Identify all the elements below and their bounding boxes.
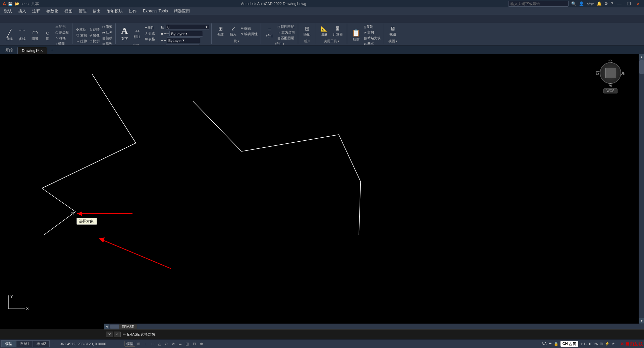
properties-expand-icon[interactable]: ▾: [283, 42, 284, 45]
btn-create-block[interactable]: ⊞ 创建: [214, 24, 226, 38]
status-grid-icon[interactable]: ⊞: [136, 341, 142, 346]
chia-input-method[interactable]: CH △ 简: [560, 341, 578, 347]
btn-mirror[interactable]: ⇌ 镜像: [89, 33, 101, 38]
btn-rotate[interactable]: ↻ 旋转: [89, 27, 101, 32]
quick-access-redo[interactable]: ↪: [26, 2, 30, 6]
btn-properties[interactable]: ≡ 特性: [264, 26, 276, 40]
status-isolate-icon[interactable]: ☀: [611, 342, 615, 346]
btn-calculator[interactable]: 🖩 计算器: [331, 24, 345, 38]
btn-edit-block[interactable]: ✏ 编辑: [240, 26, 259, 31]
btn-match-layer[interactable]: ⊟ 匹配图层: [276, 36, 296, 41]
btn-rect[interactable]: ▭ 矩形: [54, 24, 70, 29]
tab-start[interactable]: 开始: [1, 46, 17, 54]
quick-access-save[interactable]: 💾: [8, 2, 13, 6]
status-osnap-icon[interactable]: ⊙: [163, 341, 169, 346]
annotate-expand-icon[interactable]: ▾: [140, 44, 142, 45]
btn-leader[interactable]: ↗ 引线: [144, 31, 156, 36]
cmdline-confirm-btn[interactable]: ✓: [114, 332, 121, 337]
btn-line[interactable]: ╱ 直线: [3, 28, 15, 43]
ribbon-group-group-label[interactable]: 组 ▾: [304, 39, 310, 44]
utilities-expand-icon[interactable]: ▾: [338, 40, 339, 43]
tab-close-icon[interactable]: ✕: [40, 49, 43, 53]
help-icon[interactable]: ?: [611, 1, 613, 6]
menu-default[interactable]: 默认: [1, 8, 15, 15]
tab-new-button[interactable]: +: [48, 46, 56, 54]
status-lock-icon[interactable]: 🔒: [554, 342, 558, 346]
menu-output[interactable]: 输出: [90, 8, 103, 15]
status-transparency-icon[interactable]: ◫: [184, 341, 190, 346]
canvas-area[interactable]: Y X 选择对象: 北 南 东 西 WCS ▲ ▼ ◄ ►: [0, 54, 644, 329]
status-viewcube-icon[interactable]: ⊞: [600, 342, 603, 346]
quick-access-share[interactable]: 共享: [32, 1, 39, 6]
btn-setcurrent[interactable]: → 置为当前: [276, 30, 296, 35]
btn-base-point[interactable]: ⊙ 基点: [363, 41, 382, 45]
ribbon-group-properties-label[interactable]: 特性 ▾: [275, 42, 284, 45]
status-otrack-icon[interactable]: ⊗: [170, 341, 176, 346]
btn-stretch[interactable]: ↔ 拉伸: [75, 39, 88, 44]
horizontal-scrollbar[interactable]: ◄ ►: [104, 324, 644, 329]
btn-copy-clipboard[interactable]: ⎘ 复制: [363, 24, 382, 29]
btn-view[interactable]: 🖥 视图: [387, 24, 399, 38]
btn-move[interactable]: ✛ 移动: [75, 27, 88, 32]
btn-measure[interactable]: 📐 测量: [318, 24, 330, 38]
btn-paste[interactable]: 📋 粘贴: [350, 27, 362, 43]
layer-selector[interactable]: 0 ▾: [166, 24, 209, 30]
ribbon-group-annotate-label[interactable]: 注释 ▾: [133, 43, 142, 45]
btn-ellipse[interactable]: ○ 椭圆: [54, 41, 70, 45]
login-label[interactable]: 登录: [587, 1, 594, 6]
cmdline-cancel-btn[interactable]: ✕: [106, 332, 113, 337]
vertical-scrollbar[interactable]: ▲ ▼: [639, 54, 644, 324]
btn-trim[interactable]: ✂ 修剪: [101, 24, 113, 29]
menu-addins[interactable]: 附加模块: [104, 8, 125, 15]
tab-layout2[interactable]: 布局2: [33, 340, 50, 347]
vscroll-up-btn[interactable]: ▲: [639, 54, 644, 60]
menu-parametric[interactable]: 参数化: [44, 8, 61, 15]
btn-match-prop[interactable]: ⊡ 特性匹配: [276, 24, 296, 29]
btn-offset[interactable]: ⊟ 偏移: [101, 36, 113, 41]
btn-copy[interactable]: ⿻ 复制: [75, 33, 88, 38]
notification-icon[interactable]: 🔔: [597, 1, 602, 6]
view-expand-icon[interactable]: ▾: [396, 40, 397, 43]
menu-collaborate[interactable]: 协作: [126, 8, 140, 15]
tab-layout1[interactable]: 布局1: [16, 340, 33, 347]
bylayer-linetype-selector[interactable]: ByLayer ▾: [167, 38, 200, 43]
close-button[interactable]: ✕: [635, 1, 641, 6]
menu-view[interactable]: 视图: [62, 8, 75, 15]
ribbon-group-view-label[interactable]: 视图 ▾: [388, 39, 397, 44]
btn-cut[interactable]: ✂ 剪切: [363, 30, 382, 35]
cmdline-input[interactable]: [158, 333, 642, 337]
restore-button[interactable]: ❐: [626, 1, 632, 6]
status-hardware-icon[interactable]: ⚡: [605, 342, 609, 346]
tab-drawing1[interactable]: Drawing1* ✕: [17, 47, 47, 54]
compass-wcs[interactable]: WCS: [603, 88, 617, 93]
minimize-button[interactable]: —: [616, 1, 623, 6]
status-snap-icon[interactable]: ∟: [143, 342, 149, 346]
search-input[interactable]: [508, 1, 569, 7]
btn-arc[interactable]: ◠ 圆弧: [29, 28, 41, 43]
btn-spline[interactable]: 〜 样条: [54, 36, 70, 41]
tab-model[interactable]: 模型: [1, 340, 16, 347]
btn-extend[interactable]: ↦ 延伸: [101, 30, 113, 35]
status-lineweight-icon[interactable]: ═: [177, 342, 183, 346]
group-expand-icon[interactable]: ▾: [308, 40, 310, 43]
btn-paste-special[interactable]: ⊡ 粘贴为块: [363, 36, 382, 41]
menu-expresstools[interactable]: Express Tools: [140, 8, 170, 14]
app-logo-icon[interactable]: A: [3, 1, 6, 6]
vscroll-thumb[interactable]: [639, 60, 644, 74]
status-selection-icon[interactable]: ⊡: [192, 341, 197, 346]
search-icon[interactable]: 🔍: [571, 1, 576, 6]
ribbon-group-utilities-label[interactable]: 实用工具 ▾: [324, 39, 339, 44]
status-model-label[interactable]: 模型: [124, 341, 135, 347]
btn-circle[interactable]: ○ 圆: [42, 28, 54, 43]
menu-annotate[interactable]: 注释: [30, 8, 43, 15]
btn-text[interactable]: A 文字: [118, 24, 130, 43]
btn-table[interactable]: ⊞ 表格: [144, 37, 156, 42]
status-gizmo-icon[interactable]: ⊕: [199, 341, 204, 346]
status-ortho-icon[interactable]: □: [150, 342, 155, 346]
btn-polyline[interactable]: ⌒ 多线: [16, 28, 28, 43]
status-polar-icon[interactable]: △: [157, 341, 162, 346]
quick-access-undo[interactable]: ↩: [21, 2, 24, 6]
ribbon-group-block-label[interactable]: 块 ▾: [234, 39, 239, 44]
btn-edit-attr[interactable]: ✎ 编辑属性: [240, 31, 259, 37]
btn-insert-block[interactable]: ↙ 插入: [227, 24, 239, 38]
